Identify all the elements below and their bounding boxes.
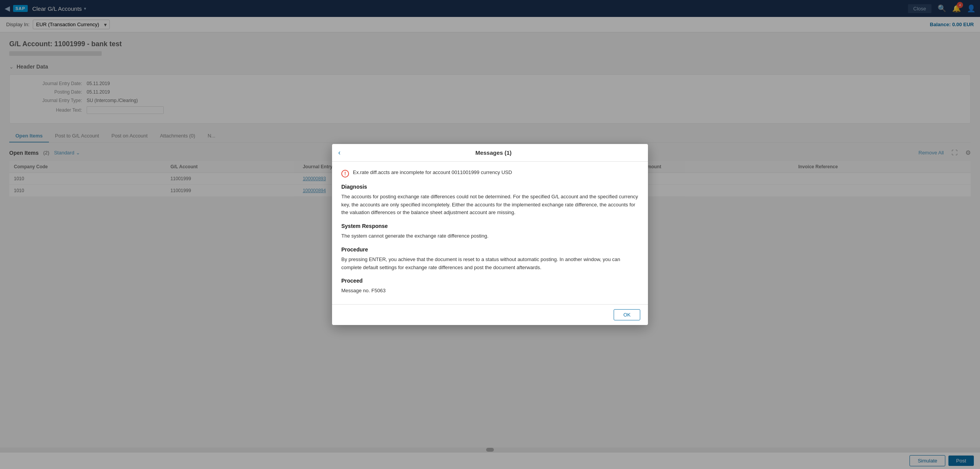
dialog-back-button[interactable]: ‹ xyxy=(338,149,341,157)
error-message-row: ! Ex.rate diff.accts are incomplete for … xyxy=(341,169,639,178)
procedure-heading: Procedure xyxy=(341,246,639,253)
error-message-text: Ex.rate diff.accts are incomplete for ac… xyxy=(353,169,512,175)
procedure-body: By pressing ENTER, you achieve that the … xyxy=(341,256,639,272)
dialog-header: ‹ Messages (1) xyxy=(332,144,648,162)
diagnosis-body: The accounts for posting exchange rate d… xyxy=(341,193,639,217)
modal-overlay: ‹ Messages (1) ! Ex.rate diff.accts are … xyxy=(0,0,980,469)
messages-dialog: ‹ Messages (1) ! Ex.rate diff.accts are … xyxy=(332,144,648,325)
ok-button[interactable]: OK xyxy=(614,309,640,320)
diagnosis-heading: Diagnosis xyxy=(341,184,639,190)
system-response-heading: System Response xyxy=(341,223,639,229)
error-icon: ! xyxy=(341,170,349,178)
dialog-body: ! Ex.rate diff.accts are incomplete for … xyxy=(332,162,648,305)
dialog-footer: OK xyxy=(332,304,648,325)
proceed-heading: Proceed xyxy=(341,278,639,284)
dialog-title: Messages (1) xyxy=(345,149,642,156)
system-response-body: The system cannot generate the exchange … xyxy=(341,232,639,240)
proceed-body: Message no. F5063 xyxy=(341,287,639,295)
